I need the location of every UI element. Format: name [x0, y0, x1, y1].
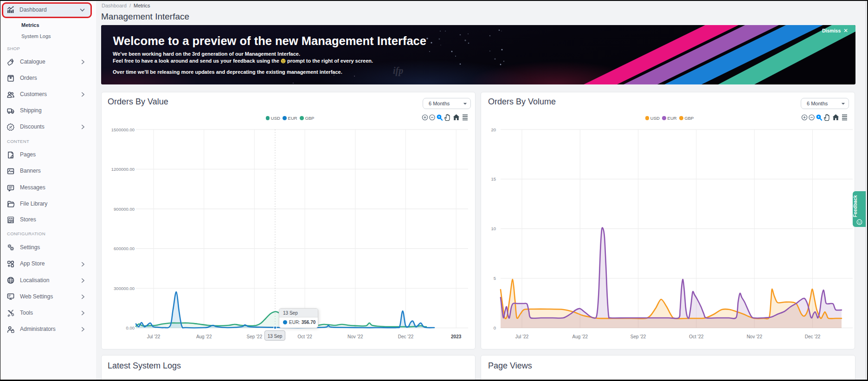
svg-text:Sep '22: Sep '22 [247, 334, 263, 339]
svg-text:600000.00: 600000.00 [114, 246, 135, 251]
svg-text:1500000.00: 1500000.00 [111, 127, 135, 132]
svg-text:Aug '22: Aug '22 [572, 334, 588, 339]
svg-text:5: 5 [494, 276, 496, 281]
svg-text:Dec '22: Dec '22 [805, 334, 821, 339]
svg-text:Oct '22: Oct '22 [297, 334, 312, 339]
svg-text:Jul '22: Jul '22 [147, 334, 161, 339]
svg-text:0.00: 0.00 [126, 325, 135, 330]
svg-text:Oct '22: Oct '22 [689, 334, 704, 339]
svg-text:Sep '22: Sep '22 [630, 334, 646, 339]
svg-text:0: 0 [494, 325, 496, 330]
svg-text:Aug '22: Aug '22 [196, 334, 212, 339]
svg-text:10: 10 [491, 226, 496, 231]
svg-text:1200000.00: 1200000.00 [111, 167, 135, 172]
svg-text:Jul '22: Jul '22 [515, 334, 529, 339]
svg-text:15: 15 [491, 176, 496, 181]
svg-text:2023: 2023 [451, 334, 462, 339]
svg-text:Nov '22: Nov '22 [347, 334, 363, 339]
svg-text:300000.00: 300000.00 [114, 286, 135, 291]
svg-text:Dec '22: Dec '22 [398, 334, 414, 339]
svg-text:900000.00: 900000.00 [114, 207, 135, 212]
svg-text:20: 20 [491, 127, 496, 132]
svg-text:ifp: ifp [393, 65, 403, 76]
svg-text:Nov '22: Nov '22 [746, 334, 762, 339]
